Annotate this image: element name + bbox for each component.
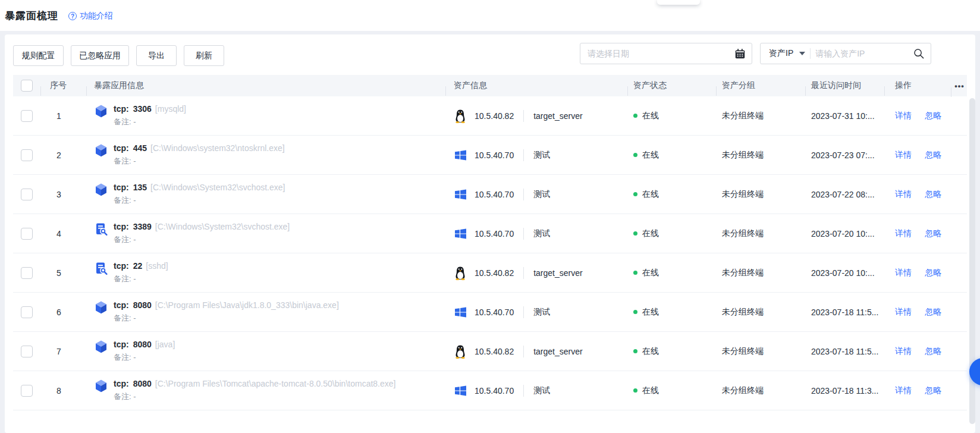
ignore-link[interactable]: 忽略 [925,150,941,161]
search-type-select[interactable]: 资产IP [769,48,805,59]
windows-icon [454,384,467,398]
detail-link[interactable]: 详情 [895,228,912,239]
header-serial: 序号 [50,80,67,91]
detail-link[interactable]: 详情 [895,111,912,121]
select-all-checkbox[interactable] [21,80,33,92]
ignore-link[interactable]: 忽略 [925,228,941,239]
last-access-time: 2023-07-23 07:... [811,150,875,160]
note-line: 备注: - [114,274,168,284]
export-button[interactable]: 导出 [136,45,177,66]
table-row: 5 tcp:22[sshd] 备注: - [13,253,967,293]
ignored-apps-button[interactable]: 已忽略应用 [71,45,129,66]
row-checkbox[interactable] [21,385,33,397]
table-body: 1 tcp:3306[mysqld] 备注: - [13,96,967,410]
divider [523,306,524,318]
date-picker[interactable] [580,43,752,64]
row-checkbox[interactable] [21,346,33,357]
note-value: - [133,392,136,401]
table-row: 2 tcp:445[C:\Windows\system32\ntoskrnl.e… [13,136,967,175]
ignore-link[interactable]: 忽略 [925,307,941,318]
online-status-dot [633,271,637,275]
asset-status: 在线 [642,307,659,318]
header-last-access: 最近访问时间 [811,80,861,91]
row-checkbox[interactable] [21,228,33,240]
detail-link[interactable]: 详情 [895,150,912,161]
header-exposed-app: 暴露应用信息 [94,80,144,91]
protocol: tcp: [114,222,129,231]
linux-icon [454,344,467,359]
asset-ip: 10.5.40.70 [475,386,514,396]
row-checkbox[interactable] [21,149,33,161]
note-label: 备注: [114,156,131,165]
asset-name: 测试 [533,385,550,396]
asset-status: 在线 [642,189,659,200]
detail-link[interactable]: 详情 [895,307,912,318]
service-cube-icon [94,379,108,393]
service-cube-icon [94,300,108,315]
note-value: - [133,235,136,244]
row-index: 5 [50,268,68,278]
note-label: 备注: [114,313,131,322]
row-index: 3 [50,190,68,199]
ignore-link[interactable]: 忽略 [925,189,941,200]
header-asset-group: 资产分组 [722,80,755,91]
search-icon[interactable] [913,48,925,59]
protocol: tcp: [114,261,129,271]
table-row: 4 tcp:3389[C:\Windows\System32\svchost.e… [13,214,967,253]
divider [523,267,524,279]
rule-config-button[interactable]: 规则配置 [13,45,64,66]
remote-scan-icon [94,222,108,236]
table-row: 1 tcp:3306[mysqld] 备注: - [13,96,967,136]
note-label: 备注: [114,235,131,244]
more-columns-icon[interactable]: ••• [954,81,965,90]
note-label: 备注: [114,392,131,401]
row-index: 6 [50,308,68,317]
ignore-link[interactable]: 忽略 [925,385,941,396]
last-access-time: 2023-07-22 08:... [811,190,875,199]
date-input[interactable] [588,49,730,58]
ignore-link[interactable]: 忽略 [925,346,941,357]
divider [523,149,524,161]
calendar-icon [734,48,746,59]
detail-link[interactable]: 详情 [895,268,912,278]
row-checkbox[interactable] [21,267,33,279]
exposed-port-line: tcp:3389[C:\Windows\System32\svchost.exe… [114,222,290,231]
asset-ip: 10.5.40.82 [475,111,514,121]
header-operations: 操作 [895,80,912,91]
row-checkbox[interactable] [21,110,33,122]
table-header-row: 序号 暴露应用信息 资产信息 资产状态 资产分组 最近访问时间 操作 ••• [13,75,967,96]
asset-name: target_server [533,268,582,278]
exposed-port-line: tcp:8080[C:\Program Files\Tomcat\apache-… [114,379,395,388]
note-line: 备注: - [114,156,285,167]
divider [810,48,811,59]
last-access-time: 2023-07-18 11:3... [811,386,878,396]
row-index: 7 [50,347,68,356]
service-cube-icon [94,183,108,197]
protocol: tcp: [114,183,129,192]
row-checkbox[interactable] [21,189,33,200]
detail-link[interactable]: 详情 [895,189,912,200]
table-row: 7 tcp:8080[java] 备注: - [13,332,967,371]
note-label: 备注: [114,117,131,126]
asset-name: 测试 [533,150,550,161]
last-access-time: 2023-07-18 11:5... [811,308,878,317]
asset-group: 未分组终端 [722,111,764,121]
asset-status: 在线 [642,346,659,357]
online-status-dot [633,153,637,157]
port: 445 [133,143,147,153]
port: 8080 [133,300,152,310]
row-checkbox[interactable] [21,306,33,318]
ignore-link[interactable]: 忽略 [925,268,941,278]
divider [523,189,524,200]
divider [523,110,524,122]
ignore-link[interactable]: 忽略 [925,111,941,121]
note-value: - [133,156,136,165]
asset-ip-input[interactable] [815,49,908,58]
detail-link[interactable]: 详情 [895,346,912,357]
detail-link[interactable]: 详情 [895,385,912,396]
protocol: tcp: [114,300,129,310]
last-access-time: 2023-07-20 10:... [811,268,875,278]
feature-intro-link[interactable]: ? 功能介绍 [68,11,113,21]
refresh-button[interactable]: 刷新 [184,45,224,66]
exposure-table: 序号 暴露应用信息 资产信息 资产状态 资产分组 最近访问时间 操作 ••• 1 [13,75,967,410]
